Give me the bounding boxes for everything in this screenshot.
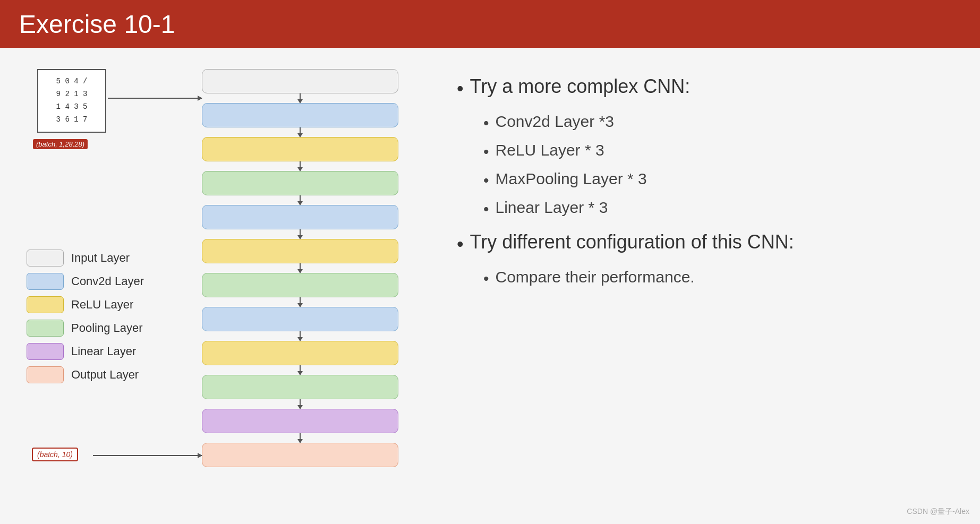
legend-label-2: ReLU Layer [71, 298, 133, 312]
legend-label-0: Input Layer [71, 251, 130, 265]
layer-arrow-2 [300, 161, 301, 171]
layer-arrow-0 [300, 93, 301, 103]
text-panel: • Try a more complex CNN: • Conv2d Layer… [425, 64, 959, 508]
legend-label-4: Linear Layer [71, 345, 136, 358]
legend-box-4 [27, 343, 64, 360]
bullet-main-2-text: Try different configuration of this CNN: [470, 230, 794, 255]
bullet-main-1: • Try a more complex CNN: [457, 74, 943, 101]
legend-item-1: Conv2d Layer [27, 273, 144, 290]
layer-block-10 [202, 409, 398, 433]
bullet-sub-2-1-text: Compare their performance. [496, 267, 695, 287]
layer-arrow-3 [300, 195, 301, 205]
layer-block-11 [202, 443, 398, 467]
layer-arrow-4 [300, 229, 301, 239]
layer-block-5 [202, 239, 398, 263]
legend-label-5: Output Layer [71, 368, 139, 382]
bullet-sub-1-3: • MaxPooling Layer * 3 [457, 168, 943, 191]
bullet-sub-2-1: • Compare their performance. [457, 267, 943, 289]
diagram-panel: 5 0 4 / 9 2 1 3 1 4 3 5 3 6 1 7 (batch, … [21, 64, 425, 508]
bullet-main-2: • Try different configuration of this CN… [457, 230, 943, 257]
bullet-sub-1-4-text: Linear Layer * 3 [496, 197, 608, 218]
bullet-main-1-text: Try a more complex CNN: [470, 74, 691, 99]
legend-label-1: Conv2d Layer [71, 274, 144, 288]
bullet-sub-1-4: • Linear Layer * 3 [457, 197, 943, 219]
bullet-sub-1-3-text: MaxPooling Layer * 3 [496, 168, 647, 189]
input-batch-label: (batch, 1,28,28) [33, 139, 88, 149]
legend-label-3: Pooling Layer [71, 321, 143, 335]
layer-block-8 [202, 341, 398, 365]
bullet-dot-2: • [457, 232, 464, 257]
layer-block-9 [202, 375, 398, 399]
layer-arrow-10 [300, 433, 301, 443]
legend-item-5: Output Layer [27, 366, 144, 383]
layer-block-0 [202, 69, 398, 93]
page-title: Exercise 10-1 [19, 10, 175, 39]
main-content: 5 0 4 / 9 2 1 3 1 4 3 5 3 6 1 7 (batch, … [0, 48, 980, 524]
bullet-sub-1-1-text: Conv2d Layer *3 [496, 111, 614, 132]
layer-block-1 [202, 103, 398, 127]
legend-box-0 [27, 250, 64, 267]
legend-box-3 [27, 320, 64, 337]
bullet-dot-1: • [457, 76, 464, 101]
legend-item-4: Linear Layer [27, 343, 144, 360]
arrow-image-to-layer [108, 98, 202, 99]
layer-block-6 [202, 273, 398, 297]
layer-block-7 [202, 307, 398, 331]
legend-item-3: Pooling Layer [27, 320, 144, 337]
bullet-sub-1-1: • Conv2d Layer *3 [457, 111, 943, 133]
header: Exercise 10-1 [0, 0, 980, 48]
legend-box-5 [27, 366, 64, 383]
layer-block-3 [202, 171, 398, 195]
layers-container [202, 69, 398, 467]
bullet-sub-1-2: • ReLU Layer * 3 [457, 140, 943, 162]
legend-item-2: ReLU Layer [27, 296, 144, 313]
layer-arrow-6 [300, 297, 301, 307]
legend-box-2 [27, 296, 64, 313]
layer-arrow-7 [300, 331, 301, 341]
layer-arrow-9 [300, 399, 301, 409]
layer-arrow-5 [300, 263, 301, 273]
layer-block-2 [202, 137, 398, 161]
layer-arrow-1 [300, 127, 301, 137]
legend-item-0: Input Layer [27, 250, 144, 267]
watermark: CSDN @量子-Alex [907, 507, 969, 517]
legend: Input LayerConv2d LayerReLU LayerPooling… [27, 250, 144, 487]
layer-block-4 [202, 205, 398, 229]
legend-box-1 [27, 273, 64, 290]
layer-arrow-8 [300, 365, 301, 375]
input-image: 5 0 4 / 9 2 1 3 1 4 3 5 3 6 1 7 [37, 69, 106, 133]
bullet-sub-1-2-text: ReLU Layer * 3 [496, 140, 604, 160]
